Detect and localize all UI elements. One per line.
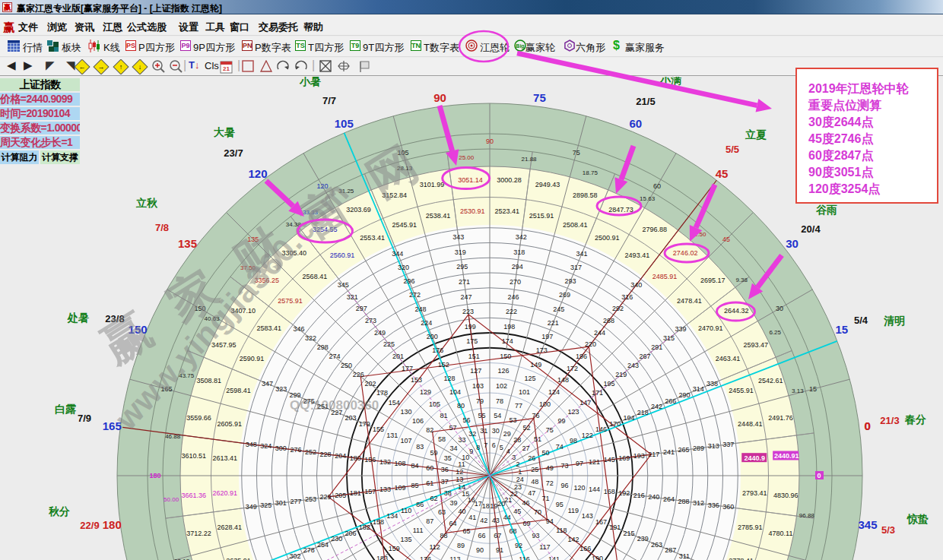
svg-text:2628.41: 2628.41 bbox=[217, 524, 242, 531]
svg-text:19: 19 bbox=[490, 502, 497, 510]
svg-text:69: 69 bbox=[522, 520, 530, 527]
svg-text:↑: ↑ bbox=[119, 63, 123, 71]
svg-text:2448.41: 2448.41 bbox=[738, 420, 763, 428]
svg-text:2598.41: 2598.41 bbox=[226, 387, 251, 394]
svg-text:5: 5 bbox=[500, 444, 503, 451]
svg-text:277: 277 bbox=[290, 498, 301, 505]
svg-text:80: 80 bbox=[457, 402, 465, 410]
svg-text:2746.02: 2746.02 bbox=[673, 249, 698, 257]
svg-text:90: 90 bbox=[476, 546, 484, 554]
svg-text:→: → bbox=[98, 63, 105, 71]
svg-text:2478.41: 2478.41 bbox=[677, 297, 702, 305]
svg-text:4: 4 bbox=[506, 448, 510, 455]
svg-text:105: 105 bbox=[335, 117, 354, 130]
svg-text:134: 134 bbox=[386, 512, 398, 520]
svg-text:107: 107 bbox=[401, 437, 412, 445]
svg-text:109: 109 bbox=[395, 484, 406, 492]
svg-text:223: 223 bbox=[462, 308, 474, 315]
svg-text:270: 270 bbox=[510, 278, 521, 286]
svg-text:6.25: 6.25 bbox=[769, 329, 781, 336]
svg-text:133: 133 bbox=[379, 486, 391, 493]
svg-text:27: 27 bbox=[522, 445, 529, 452]
svg-text:2508.41: 2508.41 bbox=[563, 221, 588, 229]
svg-text:2: 2 bbox=[516, 460, 519, 468]
svg-text:300: 300 bbox=[275, 445, 287, 452]
svg-text:13: 13 bbox=[456, 476, 463, 483]
svg-text:195: 195 bbox=[604, 380, 615, 388]
svg-text:26: 26 bbox=[528, 454, 535, 462]
svg-text:60: 60 bbox=[426, 464, 433, 472]
svg-text:2613.41: 2613.41 bbox=[212, 454, 237, 462]
svg-text:343: 343 bbox=[452, 233, 464, 241]
svg-text:2949.43: 2949.43 bbox=[535, 181, 560, 188]
svg-text:292: 292 bbox=[612, 305, 624, 312]
svg-text:344: 344 bbox=[392, 250, 403, 258]
svg-text:44: 44 bbox=[503, 514, 511, 521]
svg-text:处暑: 处暑 bbox=[67, 312, 89, 324]
svg-text:84: 84 bbox=[411, 462, 419, 470]
svg-text:273: 273 bbox=[365, 317, 376, 324]
svg-text:142: 142 bbox=[568, 536, 579, 543]
svg-text:3000.28: 3000.28 bbox=[497, 176, 522, 184]
svg-text:274: 274 bbox=[329, 353, 340, 360]
svg-text:322: 322 bbox=[305, 334, 316, 342]
svg-text:60: 60 bbox=[653, 182, 661, 190]
svg-text:136: 136 bbox=[420, 555, 431, 560]
svg-text:315: 315 bbox=[663, 334, 675, 342]
svg-text:176: 176 bbox=[432, 346, 443, 354]
svg-text:123: 123 bbox=[568, 408, 579, 416]
svg-text:293: 293 bbox=[564, 277, 576, 285]
svg-text:217: 217 bbox=[648, 451, 659, 458]
svg-text:63: 63 bbox=[438, 508, 446, 516]
svg-text:345: 345 bbox=[338, 281, 349, 289]
svg-text:242: 242 bbox=[651, 403, 662, 410]
svg-text:316: 316 bbox=[621, 293, 633, 301]
svg-text:17: 17 bbox=[475, 500, 482, 508]
svg-text:74: 74 bbox=[556, 443, 564, 451]
svg-text:288: 288 bbox=[678, 498, 690, 505]
svg-text:158: 158 bbox=[373, 518, 384, 526]
svg-text:2500.91: 2500.91 bbox=[595, 234, 620, 242]
svg-text:55: 55 bbox=[478, 412, 486, 419]
svg-text:72: 72 bbox=[546, 479, 554, 487]
svg-text:39: 39 bbox=[450, 499, 458, 507]
svg-text:269: 269 bbox=[559, 291, 570, 299]
svg-text:75: 75 bbox=[533, 91, 546, 104]
svg-text:252: 252 bbox=[305, 448, 316, 456]
svg-text:226: 226 bbox=[353, 371, 364, 378]
svg-text:51: 51 bbox=[534, 435, 541, 443]
svg-text:131: 131 bbox=[386, 432, 398, 439]
svg-text:2620.91: 2620.91 bbox=[212, 489, 237, 497]
svg-text:25.00: 25.00 bbox=[459, 154, 475, 161]
svg-text:7/9: 7/9 bbox=[78, 413, 91, 424]
svg-text:62: 62 bbox=[430, 495, 438, 502]
svg-text:179: 179 bbox=[359, 420, 370, 428]
svg-text:2560.91: 2560.91 bbox=[330, 252, 355, 259]
svg-text:323: 323 bbox=[275, 385, 287, 393]
svg-text:35: 35 bbox=[444, 454, 452, 462]
svg-text:347: 347 bbox=[262, 380, 273, 388]
svg-text:243: 243 bbox=[627, 362, 639, 369]
svg-text:289: 289 bbox=[693, 445, 704, 452]
svg-text:2583.41: 2583.41 bbox=[257, 324, 282, 332]
svg-text:339: 339 bbox=[675, 325, 687, 333]
svg-text:247: 247 bbox=[460, 293, 472, 301]
svg-text:22: 22 bbox=[510, 490, 518, 498]
svg-text:36: 36 bbox=[441, 466, 449, 473]
svg-text:198: 198 bbox=[503, 323, 515, 331]
svg-text:230: 230 bbox=[331, 535, 342, 543]
svg-text:57: 57 bbox=[449, 424, 457, 432]
svg-text:96.88: 96.88 bbox=[799, 512, 815, 519]
svg-text:312: 312 bbox=[693, 499, 704, 507]
svg-text:360: 360 bbox=[722, 503, 734, 511]
svg-text:294: 294 bbox=[512, 263, 523, 271]
svg-text:7/7: 7/7 bbox=[322, 95, 336, 106]
svg-text:81: 81 bbox=[440, 412, 448, 419]
svg-text:92: 92 bbox=[515, 542, 522, 549]
svg-text:248: 248 bbox=[415, 305, 427, 313]
svg-text:148: 148 bbox=[557, 376, 569, 384]
svg-text:336: 336 bbox=[708, 501, 719, 509]
svg-text:3051.14: 3051.14 bbox=[458, 176, 483, 184]
svg-text:191: 191 bbox=[609, 524, 621, 531]
svg-text:9.38: 9.38 bbox=[735, 277, 748, 283]
